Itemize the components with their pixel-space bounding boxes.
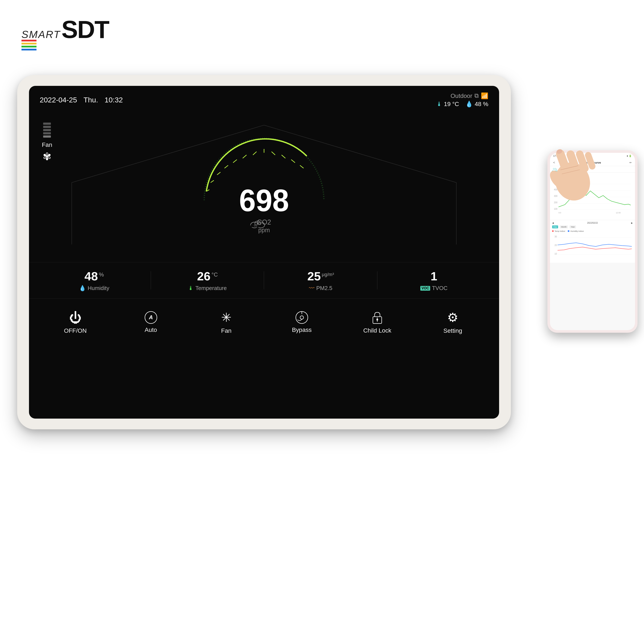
svg-text:0:0: 0:0 bbox=[559, 212, 561, 214]
phone-bottom: ◀ 2022/02/22 ▶ Day Month Year Temp Indoo… bbox=[550, 220, 635, 263]
fan-bar-5 bbox=[43, 135, 51, 138]
legend-humidity-label: Humidity Indoor bbox=[570, 230, 584, 232]
humidity-label: Humidity bbox=[88, 285, 109, 292]
svg-text:30: 30 bbox=[554, 235, 557, 238]
wifi-icon: 📶 bbox=[481, 92, 488, 99]
legend-temp-dot bbox=[552, 230, 554, 232]
svg-line-2 bbox=[217, 172, 220, 175]
svg-line-8 bbox=[272, 152, 275, 155]
day-display: Thu. bbox=[84, 96, 98, 104]
svg-point-29 bbox=[377, 317, 378, 319]
fan-text-label: Fan bbox=[42, 141, 52, 148]
pm25-label: PM2.5 bbox=[316, 285, 332, 292]
phone-battery: ● 🔋 bbox=[627, 155, 632, 157]
outdoor-humidity-value: 48 % bbox=[475, 101, 488, 108]
tvoc-label: TVOC bbox=[432, 285, 447, 292]
logo-line-yellow bbox=[21, 43, 36, 44]
screen-topbar: 2022-04-25 Thu. 10:32 Outdoor ⧉ 📶 🌡 19 °… bbox=[29, 86, 499, 112]
metric-humidity: 48 % 💧 Humidity bbox=[38, 269, 151, 292]
svg-line-6 bbox=[253, 152, 257, 155]
outdoor-stats: 🌡 19 °C 💧 48 % bbox=[436, 100, 488, 108]
thermometer-icon: 🌡 bbox=[436, 100, 442, 108]
logo-sdt: SDT bbox=[61, 17, 109, 42]
next-date-btn[interactable]: ▶ bbox=[631, 222, 633, 224]
bypass-icon bbox=[295, 311, 308, 324]
temp-value-group: 26 °C bbox=[197, 269, 218, 283]
svg-text:20: 20 bbox=[554, 244, 557, 246]
copy-icon: ⧉ bbox=[474, 92, 479, 99]
legend-temp: Temp Indoor bbox=[552, 230, 565, 232]
time-tab2-month[interactable]: Month bbox=[560, 225, 568, 228]
setting-label: Setting bbox=[444, 327, 462, 334]
hand-svg bbox=[524, 118, 605, 204]
outdoor-text: Outdoor bbox=[451, 93, 472, 99]
fan-ctrl-label: Fan bbox=[221, 327, 231, 334]
pm25-label-row: 〰 PM2.5 bbox=[309, 285, 332, 292]
control-bypass[interactable]: Bypass bbox=[264, 311, 340, 333]
control-off-on[interactable]: ⏻ OFF/ON bbox=[38, 310, 113, 334]
time-tab2-day[interactable]: Day bbox=[552, 225, 558, 228]
phone-time-tabs-2: Day Month Year bbox=[552, 225, 633, 228]
control-auto[interactable]: A Auto bbox=[113, 311, 189, 333]
logo: SMART SDT bbox=[21, 17, 109, 50]
topbar-right: Outdoor ⧉ 📶 🌡 19 °C 💧 48 % bbox=[436, 92, 488, 108]
metric-pm25: 25 μg/m³ 〰 PM2.5 bbox=[264, 269, 377, 292]
tvoc-value-group: 1 bbox=[431, 269, 437, 283]
humidity-value: 48 bbox=[85, 269, 98, 283]
phone-date-nav: ◀ 2022/02/22 ▶ bbox=[552, 222, 633, 224]
outdoor-temp: 🌡 19 °C bbox=[436, 100, 459, 108]
logo-line-red bbox=[21, 40, 36, 41]
control-setting[interactable]: ⚙ Setting bbox=[415, 310, 491, 334]
svg-line-9 bbox=[282, 155, 286, 158]
fan-control[interactable]: Fan ✾ bbox=[42, 123, 52, 163]
svg-point-24 bbox=[300, 316, 304, 319]
fan-bar-1 bbox=[43, 123, 51, 125]
voc-badge: VOC bbox=[420, 286, 430, 291]
bypass-label: Bypass bbox=[292, 327, 312, 333]
topbar-left: 2022-04-25 Thu. 10:32 bbox=[40, 96, 123, 104]
control-fan[interactable]: ✳ Fan bbox=[188, 310, 264, 334]
svg-text:698: 698 bbox=[239, 183, 289, 218]
temp-label: Temperature bbox=[195, 285, 227, 292]
svg-line-10 bbox=[291, 159, 295, 163]
tablet-screen[interactable]: 2022-04-25 Thu. 10:32 Outdoor ⧉ 📶 🌡 19 °… bbox=[29, 86, 499, 419]
outdoor-humidity: 💧 48 % bbox=[465, 100, 488, 108]
legend-humidity: Humidity Indoor bbox=[568, 230, 584, 232]
phone-edit-icon[interactable]: ✏ bbox=[629, 161, 632, 164]
temp-unit: °C bbox=[211, 269, 218, 278]
metrics-row: 48 % 💧 Humidity 26 °C 🌡 Temper bbox=[29, 262, 499, 299]
fan-spin-icon: ✾ bbox=[43, 150, 51, 163]
time-tab2-year[interactable]: Year bbox=[570, 225, 576, 228]
fan-ctrl-icon: ✳ bbox=[221, 310, 232, 325]
humidity-label-row: 💧 Humidity bbox=[79, 285, 109, 292]
fan-bars bbox=[43, 123, 51, 138]
tvoc-value: 1 bbox=[431, 269, 437, 283]
legend-temp-label: Temp Indoor bbox=[554, 230, 565, 232]
outdoor-label: Outdoor ⧉ 📶 bbox=[451, 92, 488, 99]
phone-legend: Temp Indoor Humidity Indoor bbox=[552, 230, 633, 232]
fan-bar-3 bbox=[43, 129, 51, 131]
logo-line-blue bbox=[21, 49, 36, 50]
pm25-unit: μg/m³ bbox=[322, 269, 334, 277]
house-svg: 698 CO2 ppm co bbox=[29, 112, 499, 262]
tablet-outer: 2022-04-25 Thu. 10:32 Outdoor ⧉ 📶 🌡 19 °… bbox=[17, 75, 511, 429]
current-date: 2022/02/22 bbox=[587, 222, 598, 224]
metric-tvoc: 1 VOC TVOC bbox=[377, 269, 491, 292]
thermometer-metric-icon: 🌡 bbox=[188, 285, 194, 292]
logo-smart: SMART bbox=[21, 29, 61, 40]
control-child-lock[interactable]: Child Lock bbox=[340, 311, 415, 334]
svg-line-1 bbox=[211, 180, 214, 182]
pm25-icon: 〰 bbox=[309, 285, 314, 292]
svg-point-27 bbox=[377, 319, 378, 320]
svg-line-3 bbox=[225, 165, 228, 168]
svg-text:100: 100 bbox=[554, 208, 557, 210]
prev-date-btn[interactable]: ◀ bbox=[552, 222, 554, 224]
temp-label-row: 🌡 Temperature bbox=[188, 285, 227, 292]
legend-humidity-dot bbox=[568, 230, 569, 232]
humidity-value-group: 48 % bbox=[85, 269, 104, 283]
auto-icon: A bbox=[144, 311, 157, 324]
child-lock-icon bbox=[370, 311, 384, 325]
setting-icon: ⚙ bbox=[447, 310, 458, 325]
controls-row: ⏻ OFF/ON A Auto ✳ Fan bbox=[29, 299, 499, 346]
humidity-icon: 💧 bbox=[79, 285, 86, 292]
